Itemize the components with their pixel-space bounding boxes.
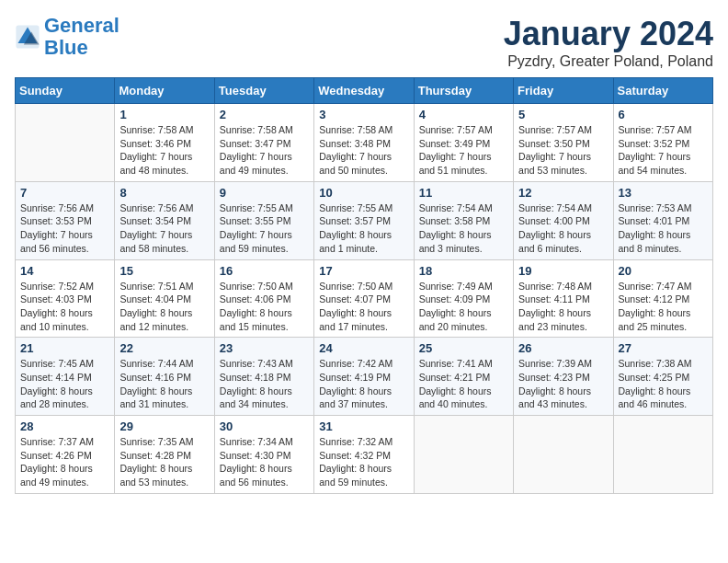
calendar-cell: 18Sunrise: 7:49 AMSunset: 4:09 PMDayligh… <box>414 259 513 338</box>
day-number: 21 <box>20 341 109 355</box>
calendar-cell: 7Sunrise: 7:56 AMSunset: 3:53 PMDaylight… <box>16 181 115 259</box>
day-number: 14 <box>20 264 109 278</box>
day-number: 2 <box>220 108 309 121</box>
day-number: 28 <box>20 419 109 433</box>
logo-text: General Blue <box>44 15 119 59</box>
calendar-cell: 10Sunrise: 7:55 AMSunset: 3:57 PMDayligh… <box>314 181 414 259</box>
weekday-header: Wednesday <box>314 78 414 104</box>
day-info: Sunrise: 7:50 AMSunset: 4:06 PMDaylight:… <box>220 280 309 334</box>
calendar-cell: 16Sunrise: 7:50 AMSunset: 4:06 PMDayligh… <box>214 259 313 338</box>
day-number: 30 <box>220 419 309 433</box>
day-number: 10 <box>319 186 408 200</box>
day-number: 22 <box>119 341 209 355</box>
day-info: Sunrise: 7:51 AMSunset: 4:04 PMDaylight:… <box>119 280 209 334</box>
calendar-cell: 9Sunrise: 7:55 AMSunset: 3:55 PMDaylight… <box>214 181 313 259</box>
calendar-cell: 23Sunrise: 7:43 AMSunset: 4:18 PMDayligh… <box>214 338 313 416</box>
day-number: 17 <box>319 264 408 278</box>
day-number: 4 <box>419 108 508 121</box>
calendar-cell: 4Sunrise: 7:57 AMSunset: 3:49 PMDaylight… <box>414 104 513 182</box>
header: General Blue January 2024 Pyzdry, Greate… <box>15 15 713 70</box>
day-number: 12 <box>518 186 608 200</box>
calendar-cell: 20Sunrise: 7:47 AMSunset: 4:12 PMDayligh… <box>613 259 712 338</box>
day-number: 15 <box>119 264 209 278</box>
calendar-cell <box>613 416 712 494</box>
day-info: Sunrise: 7:37 AMSunset: 4:26 PMDaylight:… <box>20 435 109 489</box>
calendar-cell: 13Sunrise: 7:53 AMSunset: 4:01 PMDayligh… <box>613 181 712 259</box>
calendar-cell: 3Sunrise: 7:58 AMSunset: 3:48 PMDaylight… <box>314 104 414 182</box>
calendar-week-row: 28Sunrise: 7:37 AMSunset: 4:26 PMDayligh… <box>16 416 713 494</box>
day-number: 27 <box>619 341 708 355</box>
day-number: 13 <box>619 186 708 200</box>
weekday-header: Saturday <box>613 78 712 104</box>
calendar-cell <box>16 104 115 182</box>
calendar-week-row: 7Sunrise: 7:56 AMSunset: 3:53 PMDaylight… <box>16 181 713 259</box>
calendar-cell <box>414 416 513 494</box>
calendar-cell: 2Sunrise: 7:58 AMSunset: 3:47 PMDaylight… <box>214 104 313 182</box>
weekday-header: Tuesday <box>214 78 313 104</box>
calendar: SundayMondayTuesdayWednesdayThursdayFrid… <box>15 77 713 494</box>
day-info: Sunrise: 7:58 AMSunset: 3:48 PMDaylight:… <box>319 123 408 178</box>
subtitle: Pyzdry, Greater Poland, Poland <box>504 53 713 70</box>
calendar-cell: 17Sunrise: 7:50 AMSunset: 4:07 PMDayligh… <box>314 259 414 338</box>
day-info: Sunrise: 7:49 AMSunset: 4:09 PMDaylight:… <box>419 280 508 334</box>
day-number: 31 <box>319 419 408 433</box>
weekday-header: Monday <box>115 78 214 104</box>
day-info: Sunrise: 7:48 AMSunset: 4:11 PMDaylight:… <box>518 280 608 334</box>
calendar-cell: 27Sunrise: 7:38 AMSunset: 4:25 PMDayligh… <box>613 338 712 416</box>
calendar-week-row: 14Sunrise: 7:52 AMSunset: 4:03 PMDayligh… <box>16 259 713 338</box>
weekday-header: Sunday <box>16 78 115 104</box>
calendar-cell: 22Sunrise: 7:44 AMSunset: 4:16 PMDayligh… <box>115 338 214 416</box>
day-number: 16 <box>220 264 309 278</box>
day-number: 25 <box>419 341 508 355</box>
calendar-cell: 29Sunrise: 7:35 AMSunset: 4:28 PMDayligh… <box>115 416 214 494</box>
logo: General Blue <box>15 15 119 59</box>
day-info: Sunrise: 7:56 AMSunset: 3:54 PMDaylight:… <box>119 201 209 256</box>
calendar-cell: 14Sunrise: 7:52 AMSunset: 4:03 PMDayligh… <box>16 259 115 338</box>
calendar-cell: 12Sunrise: 7:54 AMSunset: 4:00 PMDayligh… <box>514 181 613 259</box>
day-number: 7 <box>20 186 109 200</box>
calendar-cell: 6Sunrise: 7:57 AMSunset: 3:52 PMDaylight… <box>613 104 712 182</box>
calendar-cell: 30Sunrise: 7:34 AMSunset: 4:30 PMDayligh… <box>214 416 313 494</box>
calendar-cell: 24Sunrise: 7:42 AMSunset: 4:19 PMDayligh… <box>314 338 414 416</box>
day-number: 11 <box>419 186 508 200</box>
calendar-cell: 19Sunrise: 7:48 AMSunset: 4:11 PMDayligh… <box>514 259 613 338</box>
weekday-header-row: SundayMondayTuesdayWednesdayThursdayFrid… <box>16 78 713 104</box>
day-info: Sunrise: 7:58 AMSunset: 3:47 PMDaylight:… <box>220 123 309 178</box>
day-info: Sunrise: 7:58 AMSunset: 3:46 PMDaylight:… <box>119 123 209 178</box>
day-info: Sunrise: 7:47 AMSunset: 4:12 PMDaylight:… <box>619 280 708 334</box>
calendar-cell: 21Sunrise: 7:45 AMSunset: 4:14 PMDayligh… <box>16 338 115 416</box>
day-number: 24 <box>319 341 408 355</box>
day-number: 20 <box>619 264 708 278</box>
day-info: Sunrise: 7:54 AMSunset: 3:58 PMDaylight:… <box>419 201 508 256</box>
day-info: Sunrise: 7:41 AMSunset: 4:21 PMDaylight:… <box>419 357 508 411</box>
calendar-cell: 31Sunrise: 7:32 AMSunset: 4:32 PMDayligh… <box>314 416 414 494</box>
day-info: Sunrise: 7:32 AMSunset: 4:32 PMDaylight:… <box>319 435 408 489</box>
day-info: Sunrise: 7:55 AMSunset: 3:55 PMDaylight:… <box>220 201 309 256</box>
calendar-cell: 5Sunrise: 7:57 AMSunset: 3:50 PMDaylight… <box>514 104 613 182</box>
day-number: 5 <box>518 108 608 121</box>
day-info: Sunrise: 7:39 AMSunset: 4:23 PMDaylight:… <box>518 357 608 411</box>
day-info: Sunrise: 7:34 AMSunset: 4:30 PMDaylight:… <box>220 435 309 489</box>
day-number: 23 <box>220 341 309 355</box>
calendar-cell: 8Sunrise: 7:56 AMSunset: 3:54 PMDaylight… <box>115 181 214 259</box>
calendar-cell: 1Sunrise: 7:58 AMSunset: 3:46 PMDaylight… <box>115 104 214 182</box>
day-info: Sunrise: 7:55 AMSunset: 3:57 PMDaylight:… <box>319 201 408 256</box>
day-info: Sunrise: 7:42 AMSunset: 4:19 PMDaylight:… <box>319 357 408 411</box>
day-number: 26 <box>518 341 608 355</box>
day-info: Sunrise: 7:57 AMSunset: 3:49 PMDaylight:… <box>419 123 508 178</box>
day-number: 8 <box>119 186 209 200</box>
day-info: Sunrise: 7:38 AMSunset: 4:25 PMDaylight:… <box>619 357 708 411</box>
day-number: 9 <box>220 186 309 200</box>
day-info: Sunrise: 7:54 AMSunset: 4:00 PMDaylight:… <box>518 201 608 256</box>
day-info: Sunrise: 7:53 AMSunset: 4:01 PMDaylight:… <box>619 201 708 256</box>
calendar-cell <box>514 416 613 494</box>
day-number: 18 <box>419 264 508 278</box>
main-title: January 2024 <box>504 15 713 53</box>
day-info: Sunrise: 7:52 AMSunset: 4:03 PMDaylight:… <box>20 280 109 334</box>
calendar-cell: 28Sunrise: 7:37 AMSunset: 4:26 PMDayligh… <box>16 416 115 494</box>
title-area: January 2024 Pyzdry, Greater Poland, Pol… <box>504 15 713 70</box>
weekday-header: Thursday <box>414 78 513 104</box>
calendar-cell: 15Sunrise: 7:51 AMSunset: 4:04 PMDayligh… <box>115 259 214 338</box>
day-number: 19 <box>518 264 608 278</box>
weekday-header: Friday <box>514 78 613 104</box>
